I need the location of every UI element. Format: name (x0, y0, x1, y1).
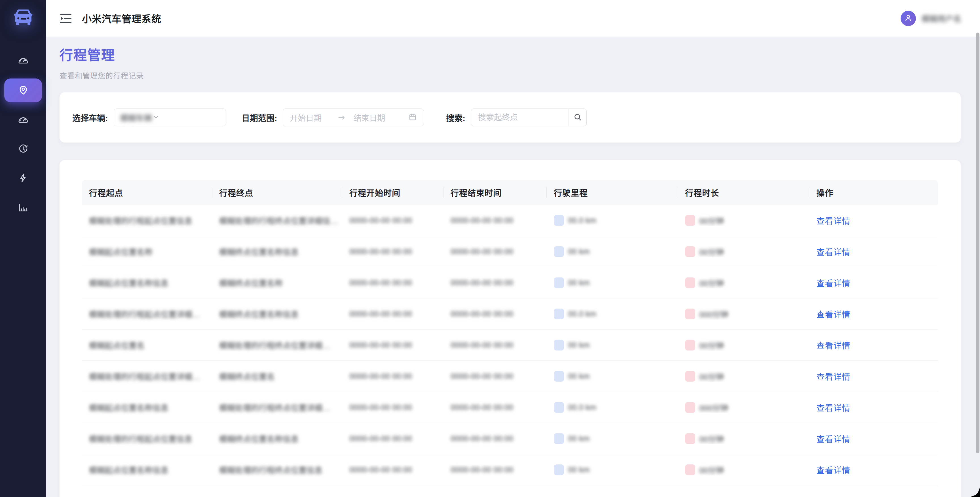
cell-duration: 00分钟 (678, 277, 809, 289)
cell-end-time: 0000-00-00 00:00 (443, 434, 546, 443)
col-distance: 行驶里程 (546, 186, 678, 198)
cell-trip-start: 模糊起点位置名称信息 (82, 402, 212, 413)
page-subtitle: 查看和管理您的行程记录 (60, 70, 961, 81)
distance-chip (554, 402, 564, 413)
col-start-time: 行程开始时间 (342, 186, 443, 198)
sidebar-item-trips[interactable] (4, 78, 42, 102)
gauge-icon (18, 55, 29, 67)
cell-trip-end: 模糊处理的行程终点位置信息 (212, 464, 342, 475)
chevron-down-icon (152, 113, 160, 122)
duration-chip (685, 464, 695, 475)
cell-trip-end: 模糊处理的行程终点位置详细信… (212, 215, 342, 226)
view-details-link[interactable]: 查看详情 (816, 435, 850, 444)
col-trip-start: 行程起点 (82, 186, 212, 198)
cell-start-time: 0000-00-00 00:00 (342, 216, 443, 225)
sidebar-item-vehicle-status[interactable] (0, 108, 46, 132)
search-label: 搜索: (446, 112, 465, 124)
table-row: 模糊起点位置名称 模糊终点位置名称信息 0000-00-00 00:00 000… (82, 236, 938, 267)
date-end-field[interactable]: 结束日期 (353, 112, 385, 123)
car-icon (12, 8, 34, 29)
cell-duration: 000分钟 (678, 308, 809, 320)
duration-chip (685, 371, 695, 382)
trips-table-card: 行程起点 行程终点 行程开始时间 行程结束时间 行驶里程 行程时长 操作 模糊处… (60, 160, 961, 497)
distance-chip (554, 278, 564, 288)
app-logo (0, 0, 46, 37)
cell-distance: 00 km (546, 278, 678, 288)
table-row: 模糊处理的行程起点位置详细… 模糊终点位置名 0000-00-00 00:00 … (82, 361, 938, 392)
cell-trip-end: 模糊终点位置名 (212, 371, 342, 382)
user-name[interactable]: 模糊用户名 (921, 13, 961, 24)
date-range-picker[interactable]: 开始日期 结束日期 (283, 108, 424, 126)
cell-start-time: 0000-00-00 00:00 (342, 465, 443, 474)
view-details-link[interactable]: 查看详情 (816, 341, 850, 351)
view-details-link[interactable]: 查看详情 (816, 466, 850, 475)
cell-start-time: 0000-00-00 00:00 (342, 247, 443, 256)
cell-start-time: 0000-00-00 00:00 (342, 341, 443, 350)
sidebar-item-dashboard[interactable] (0, 49, 46, 73)
view-details-link[interactable]: 查看详情 (816, 373, 850, 382)
topbar: 小米汽车管理系统 模糊用户名 (46, 0, 980, 37)
cell-trip-start: 模糊处理的行程起点位置详细… (82, 371, 212, 382)
duration-chip (685, 308, 695, 319)
view-details-link[interactable]: 查看详情 (816, 279, 850, 288)
table-row: 模糊起点位置名称信息 模糊处理的行程终点位置详细… 0000-00-00 00:… (82, 392, 938, 423)
vehicle-select[interactable]: 模糊车辆 (114, 108, 226, 126)
duration-chip (685, 215, 695, 226)
location-pin-icon (18, 84, 29, 97)
search-button[interactable] (568, 108, 587, 126)
view-details-link[interactable]: 查看详情 (816, 248, 850, 257)
cell-duration: 00分钟 (678, 371, 809, 382)
cell-end-time: 0000-00-00 00:00 (443, 465, 546, 474)
cell-distance: 00 km (546, 433, 678, 444)
cell-duration: 00分钟 (678, 464, 809, 475)
view-details-link[interactable]: 查看详情 (816, 310, 850, 319)
search-icon (573, 113, 582, 123)
sidebar-item-history[interactable] (0, 137, 46, 161)
user-avatar[interactable] (900, 11, 916, 26)
vertical-scrollbar-thumb[interactable] (976, 33, 980, 453)
sidebar-item-charging[interactable] (0, 167, 46, 191)
cell-distance: 00.0 km (546, 308, 678, 319)
cell-duration: 00分钟 (678, 340, 809, 351)
cell-distance: 00.0 km (546, 215, 678, 226)
cell-trip-end: 模糊处理的行程终点位置详细… (212, 340, 342, 351)
cell-end-time: 0000-00-00 00:00 (443, 216, 546, 225)
cell-start-time: 0000-00-00 00:00 (342, 434, 443, 443)
duration-chip (685, 433, 695, 444)
table-row: 模糊处理的行程起点位置信息 模糊处理的行程终点位置详细信… 0000-00-00… (82, 205, 938, 236)
table-row: 模糊处理的行程起点位置详细… 模糊终点位置名称信息 0000-00-00 00:… (82, 299, 938, 330)
filter-bar: 选择车辆: 模糊车辆 日期范围: 开始日期 结束日期 (60, 92, 961, 143)
sidebar (0, 0, 46, 497)
cell-end-time: 0000-00-00 00:00 (443, 403, 546, 412)
cell-trip-end: 模糊终点位置名称信息 (212, 433, 342, 444)
cell-start-time: 0000-00-00 00:00 (342, 403, 443, 412)
cell-distance: 00 km (546, 371, 678, 382)
table-row: 模糊起点位置名称信息 模糊处理的行程终点位置信息 0000-00-00 00:0… (82, 454, 938, 485)
distance-chip (554, 371, 564, 382)
cell-duration: 00分钟 (678, 246, 809, 257)
trips-table: 行程起点 行程终点 行程开始时间 行程结束时间 行驶里程 行程时长 操作 模糊处… (82, 180, 938, 485)
cell-trip-start: 模糊处理的行程起点位置信息 (82, 215, 212, 226)
cell-end-time: 0000-00-00 00:00 (443, 278, 546, 287)
person-icon (904, 13, 913, 24)
date-start-field[interactable]: 开始日期 (290, 112, 321, 123)
distance-chip (554, 340, 564, 351)
cell-trip-start: 模糊起点位置名称 (82, 246, 212, 257)
cell-distance: 00 km (546, 340, 678, 351)
cell-trip-end: 模糊终点位置名称信息 (212, 246, 342, 257)
distance-chip (554, 433, 564, 444)
view-details-link[interactable]: 查看详情 (816, 217, 850, 226)
view-details-link[interactable]: 查看详情 (816, 404, 850, 413)
gauge-icon (18, 114, 29, 126)
sidebar-item-statistics[interactable] (0, 196, 46, 220)
col-end-time: 行程结束时间 (443, 186, 546, 198)
cell-end-time: 0000-00-00 00:00 (443, 310, 546, 319)
cell-trip-end: 模糊终点位置名称信息 (212, 308, 342, 320)
window-corner (972, 489, 980, 497)
duration-chip (685, 340, 695, 351)
search-input[interactable] (471, 108, 568, 126)
cell-end-time: 0000-00-00 00:00 (443, 341, 546, 350)
lightning-icon (18, 173, 29, 184)
menu-unfold-icon[interactable] (57, 10, 74, 27)
col-actions: 操作 (809, 186, 938, 198)
